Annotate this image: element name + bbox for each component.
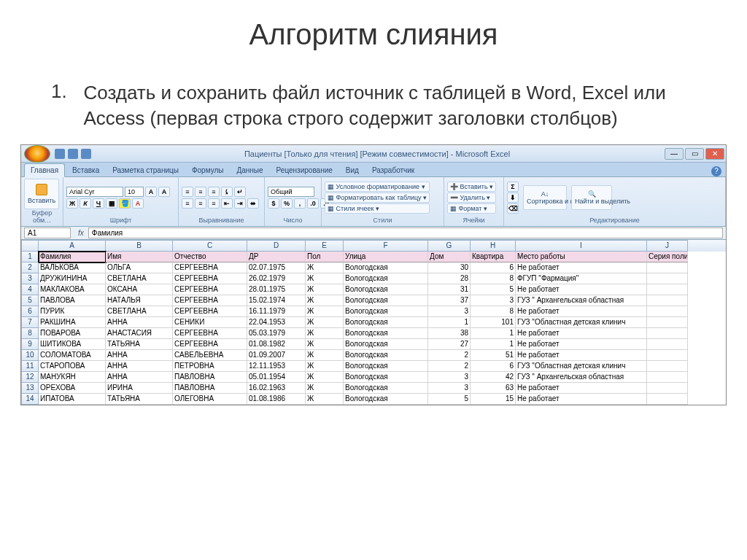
data-cell[interactable]: СЕРГЕЕВНА (173, 306, 247, 317)
data-cell[interactable]: ГУЗ " Архангельская областная (516, 372, 647, 383)
row-header[interactable]: 14 (21, 394, 39, 405)
row-header[interactable]: 8 (21, 328, 39, 339)
data-cell[interactable]: 38 (428, 328, 471, 339)
data-cell[interactable]: Не работает (516, 383, 647, 394)
data-cell[interactable]: Ж (306, 372, 344, 383)
tab-home[interactable]: Главная (24, 163, 65, 177)
align-right-icon[interactable]: ≡ (208, 198, 220, 209)
data-cell[interactable]: 37 (428, 295, 471, 306)
redo-icon[interactable] (81, 149, 91, 159)
col-header[interactable]: J (647, 240, 688, 252)
row-header[interactable]: 4 (21, 284, 39, 295)
data-cell[interactable]: ОКСАНА (106, 284, 173, 295)
data-cell[interactable]: ГУЗ "Областная детская клинич (516, 317, 647, 328)
font-name-select[interactable]: Arial Cyr (66, 187, 123, 197)
data-cell[interactable]: СОЛОМАТОВА (39, 350, 106, 361)
insert-cells-button[interactable]: ➕ Вставить ▾ (447, 182, 496, 192)
font-color-button[interactable]: A (132, 198, 144, 209)
comma-icon[interactable]: , (294, 198, 306, 209)
format-table-button[interactable]: ▦ Форматировать как таблицу ▾ (325, 192, 430, 203)
save-icon[interactable] (55, 149, 65, 159)
fill-color-button[interactable]: 🪣 (119, 198, 131, 209)
data-cell[interactable]: Ж (306, 273, 344, 284)
data-cell[interactable]: АННА (106, 372, 173, 383)
data-cell[interactable]: 31 (428, 284, 471, 295)
data-cell[interactable]: ПОВАРОВА (39, 328, 106, 339)
data-cell[interactable]: 16.11.1979 (247, 306, 306, 317)
data-cell[interactable] (647, 284, 688, 295)
grow-font-icon[interactable]: A (145, 187, 157, 197)
paste-button[interactable]: Вставить (24, 179, 59, 209)
data-cell[interactable]: СЕРГЕЕВНА (173, 339, 247, 350)
col-header[interactable]: A (39, 240, 106, 252)
italic-button[interactable]: К (80, 198, 91, 209)
spreadsheet-grid[interactable]: A B C D E F G H I J 1ФамилияИмяОтчествоД… (21, 240, 726, 405)
row-header[interactable]: 10 (21, 350, 39, 361)
data-cell[interactable]: Вологодская (344, 306, 428, 317)
data-cell[interactable]: ПАВЛОВА (39, 295, 106, 306)
formula-input[interactable]: Фамилия (88, 228, 723, 238)
data-cell[interactable]: МАКЛАКОВА (39, 284, 106, 295)
align-center-icon[interactable]: ≡ (195, 198, 206, 209)
data-cell[interactable]: Вологодская (344, 262, 428, 273)
fill-icon[interactable]: ⬇ (507, 192, 519, 203)
data-cell[interactable]: Вологодская (344, 383, 428, 394)
col-header[interactable]: D (247, 240, 306, 252)
data-cell[interactable]: 02.07.1975 (247, 262, 306, 273)
data-cell[interactable]: ПАВЛОВНА (173, 383, 247, 394)
data-cell[interactable]: МАНУКЯН (39, 372, 106, 383)
data-cell[interactable]: Не работает (516, 339, 647, 350)
col-header[interactable]: C (173, 240, 247, 252)
header-cell[interactable]: Серия полис (647, 252, 688, 262)
data-cell[interactable]: Ж (306, 306, 344, 317)
data-cell[interactable]: Ж (306, 328, 344, 339)
data-cell[interactable] (647, 317, 688, 328)
align-top-icon[interactable]: ≡ (182, 187, 193, 197)
data-cell[interactable]: Не работает (516, 328, 647, 339)
data-cell[interactable]: САВЕЛЬЕВНА (173, 350, 247, 361)
data-cell[interactable]: 1 (428, 317, 471, 328)
data-cell[interactable]: 15.02.1974 (247, 295, 306, 306)
close-button[interactable]: ✕ (705, 148, 724, 160)
data-cell[interactable]: 8 (471, 273, 516, 284)
data-cell[interactable]: 15 (471, 394, 516, 405)
row-header[interactable]: 12 (21, 372, 39, 383)
data-cell[interactable]: Ж (306, 339, 344, 350)
data-cell[interactable]: СВЕТЛАНА (106, 273, 173, 284)
row-header[interactable]: 5 (21, 295, 39, 306)
data-cell[interactable]: Ж (306, 295, 344, 306)
header-cell[interactable]: Квартира (471, 252, 516, 262)
data-cell[interactable]: 3 (428, 306, 471, 317)
data-cell[interactable]: ОРЕХОВА (39, 383, 106, 394)
data-cell[interactable]: 5 (471, 284, 516, 295)
wrap-text-icon[interactable]: ↵ (234, 187, 246, 197)
align-middle-icon[interactable]: ≡ (195, 187, 206, 197)
data-cell[interactable]: СЕРГЕЕВНА (173, 328, 247, 339)
col-header[interactable]: I (516, 240, 647, 252)
tab-data[interactable]: Данные (231, 164, 268, 176)
data-cell[interactable]: Вологодская (344, 317, 428, 328)
data-cell[interactable]: Ж (306, 394, 344, 405)
tab-review[interactable]: Рецензирование (271, 164, 338, 176)
data-cell[interactable] (647, 262, 688, 273)
data-cell[interactable]: 3 (471, 295, 516, 306)
data-cell[interactable]: 01.08.1986 (247, 394, 306, 405)
data-cell[interactable]: Не работает (516, 284, 647, 295)
data-cell[interactable]: НАТАЛЬЯ (106, 295, 173, 306)
col-header[interactable]: F (344, 240, 428, 252)
data-cell[interactable]: ИПАТОВА (39, 394, 106, 405)
data-cell[interactable]: Не работает (516, 394, 647, 405)
inc-decimal-icon[interactable]: .0 (307, 198, 319, 209)
data-cell[interactable] (647, 328, 688, 339)
data-cell[interactable]: Вологодская (344, 295, 428, 306)
data-cell[interactable]: СЕРГЕЕВНА (173, 295, 247, 306)
data-cell[interactable]: 8 (471, 306, 516, 317)
delete-cells-button[interactable]: ➖ Удалить ▾ (447, 192, 496, 203)
data-cell[interactable]: ОЛЕГОВНА (173, 394, 247, 405)
data-cell[interactable]: Вологодская (344, 284, 428, 295)
data-cell[interactable]: Вологодская (344, 372, 428, 383)
data-cell[interactable]: СЕРГЕЕВНА (173, 262, 247, 273)
sort-filter-button[interactable]: A↓Сортировка и фильтр (523, 185, 567, 210)
data-cell[interactable]: СТАРОПОВА (39, 361, 106, 372)
data-cell[interactable]: РАКШИНА (39, 317, 106, 328)
